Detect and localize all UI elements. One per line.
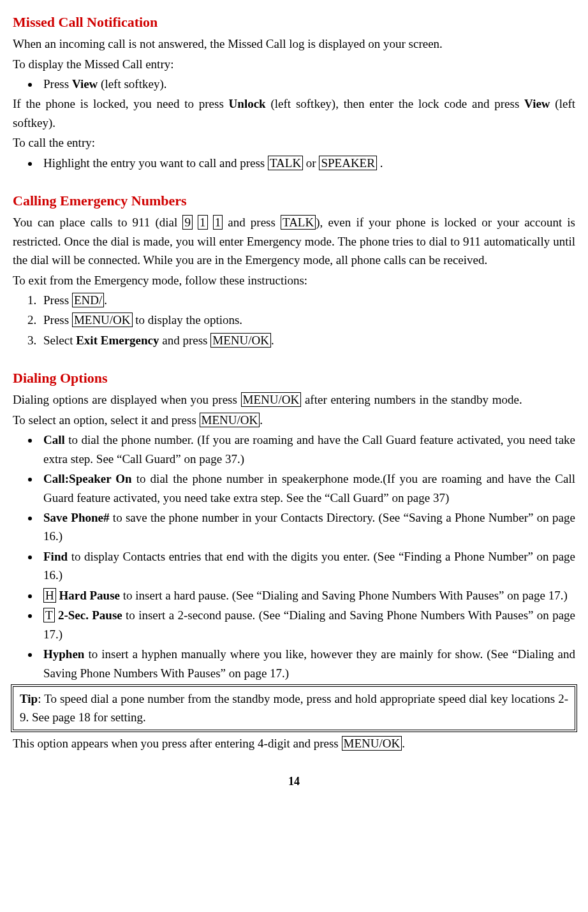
text: Dialing options are displayed when you p… [13,393,241,406]
key-1: 1 [198,215,208,230]
list-item: Press END/. [40,291,575,309]
menu-ok-key: MENU/OK [342,736,402,751]
text: Highlight the entry you want to call and… [43,156,268,170]
heading-missed-call: Missed Call Notification [13,11,575,33]
text: To select an option, select it and press [13,413,200,427]
para: When an incoming call is not answered, t… [13,34,575,53]
talk-key: TALK [281,215,316,230]
list-item: T 2-Sec. Pause to insert a 2-second paus… [40,606,575,644]
text: You can place calls to 911 (dial [13,216,182,229]
para: To exit from the Emergency mode, follow … [13,271,575,290]
text: Press [43,77,72,91]
text: to dial the phone number. (If you are ro… [43,433,575,465]
speaker-key: SPEAKER [319,156,376,170]
list-item: Highlight the entry you want to call and… [40,154,575,172]
text-bold: Unlock [229,97,266,110]
para: You can place calls to 911 (dial 9 1 1 a… [13,213,575,269]
text: (left softkey), then enter the lock code… [266,97,524,110]
text: after entering numbers in the standby mo… [301,393,522,406]
menu-ok-key: MENU/OK [241,392,302,407]
heading-emergency: Calling Emergency Numbers [13,190,575,212]
text: and press [223,216,281,229]
tip-label: Tip [20,692,38,705]
text-bold: Save Phone# [43,511,110,524]
text: If the phone is locked, you need to pres… [13,97,229,110]
list-item: H Hard Pause to insert a hard pause. (Se… [40,586,575,605]
para: To select an option, select it and press… [13,411,575,429]
page-number: 14 [13,773,575,791]
h-key: H [43,588,56,603]
para: Dialing options are displayed when you p… [13,390,575,409]
tip-text: : To speed dial a pone number from the s… [20,692,568,724]
text-bold: Call [43,433,65,446]
text-bold: 2-Sec. Pause [55,608,122,622]
text: Press [43,313,72,327]
text: to display the options. [133,313,243,327]
menu-ok-key: MENU/OK [72,313,133,327]
list-item: Hyphen to insert a hyphen manually where… [40,645,575,682]
talk-key: TALK [268,156,303,170]
text-bold: Exit Emergency [76,334,159,347]
key-9: 9 [182,215,193,230]
text: or [303,156,319,170]
key-1: 1 [213,215,223,230]
tip-box: Tip: To speed dial a pone number from th… [13,686,575,730]
text: to save the phone number in your Contact… [43,511,575,543]
end-key: END/ [72,293,104,307]
heading-dialing-options: Dialing Options [13,367,575,389]
text: . [402,737,405,750]
text: . [271,334,274,347]
text-bold: View [524,97,550,110]
text: (left softkey). [98,77,166,91]
list-item: Save Phone# to save the phone number in … [40,508,575,546]
para: To call the entry: [13,133,575,152]
list-item: Select Exit Emergency and press MENU/OK. [40,331,575,349]
text: . [377,156,383,170]
t-key: T [43,608,55,622]
text-bold: Hyphen [43,647,84,661]
para: To display the Missed Call entry: [13,55,575,73]
text: . [104,293,107,307]
list-item: Press MENU/OK to display the options. [40,311,575,329]
text: This option appears when you press after… [13,737,342,750]
list-item: Find to display Contacts entries that en… [40,547,575,585]
text: Select [43,334,76,347]
text-bold: Hard Pause [56,589,120,602]
para: If the phone is locked, you need to pres… [13,94,575,132]
text: . [260,413,263,427]
list-item: Call:Speaker On to dial the phone number… [40,469,575,507]
menu-ok-key: MENU/OK [210,333,271,348]
text: and press [159,334,211,347]
text: to insert a hard pause. (See “Dialing an… [120,589,568,602]
text: to insert a 2-second pause. (See “Dialin… [43,608,575,640]
text: Press [43,293,72,307]
para: This option appears when you press after… [13,734,575,753]
text-bold: View [72,77,98,91]
menu-ok-key: MENU/OK [200,413,260,427]
text: to insert a hyphen manually where you li… [43,647,575,679]
list-item: Press View (left softkey). [40,75,575,93]
list-item: Call to dial the phone number. (If you a… [40,430,575,468]
text-bold: Find [43,550,68,563]
text: to display Contacts entries that end wit… [43,550,575,582]
text-bold: Call:Speaker On [43,472,132,485]
